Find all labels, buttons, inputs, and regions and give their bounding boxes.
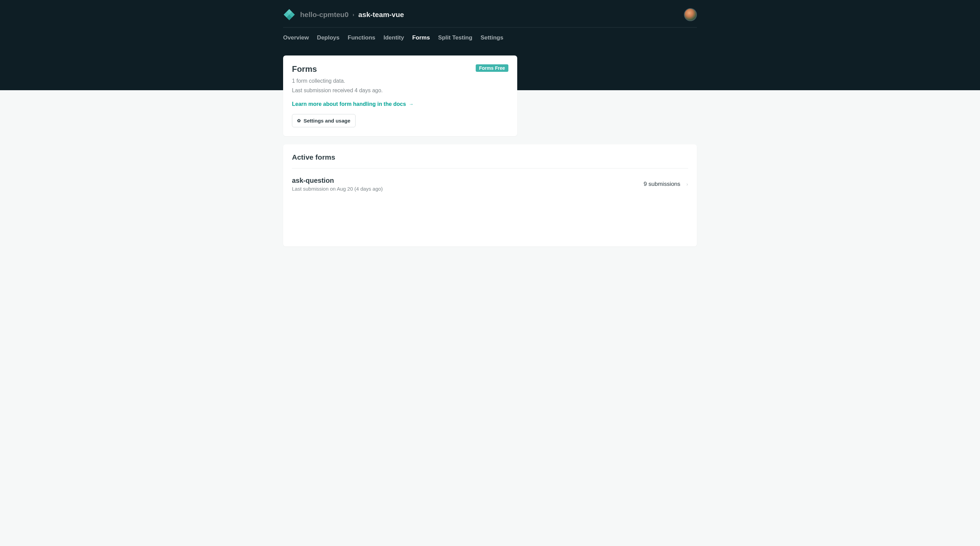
form-meta: Last submission on Aug 20 (4 days ago) — [292, 186, 383, 192]
forms-collecting-text: 1 form collecting data. — [292, 78, 508, 84]
forms-last-submission-text: Last submission received 4 days ago. — [292, 88, 508, 94]
forms-plan-badge: Forms Free — [476, 64, 508, 72]
tab-deploys[interactable]: Deploys — [317, 34, 340, 41]
forms-docs-link[interactable]: Learn more about form handling in the do… — [292, 101, 414, 107]
nav-tabs: Overview Deploys Functions Identity Form… — [283, 27, 697, 48]
user-avatar[interactable] — [684, 8, 697, 21]
tab-settings[interactable]: Settings — [480, 34, 503, 41]
docs-link-label: Learn more about form handling in the do… — [292, 101, 406, 107]
arrow-right-icon: → — [409, 102, 414, 107]
active-forms-title: Active forms — [292, 153, 688, 169]
tab-forms[interactable]: Forms — [412, 34, 430, 41]
tab-overview[interactable]: Overview — [283, 34, 309, 41]
settings-button-label: Settings and usage — [304, 118, 350, 124]
netlify-logo-icon[interactable] — [283, 8, 295, 21]
breadcrumb: hello-cpmteu0 › ask-team-vue — [283, 8, 404, 21]
gear-icon: ✿ — [297, 118, 301, 123]
top-bar: hello-cpmteu0 › ask-team-vue — [283, 0, 697, 27]
form-row[interactable]: ask-question Last submission on Aug 20 (… — [292, 169, 688, 200]
breadcrumb-site[interactable]: ask-team-vue — [358, 11, 404, 19]
submissions-count: 9 submissions — [644, 181, 681, 188]
settings-and-usage-button[interactable]: ✿ Settings and usage — [292, 114, 356, 127]
forms-card-title: Forms — [292, 64, 317, 74]
tab-identity[interactable]: Identity — [383, 34, 404, 41]
forms-summary-card: Forms Forms Free 1 form collecting data.… — [283, 56, 517, 136]
active-forms-card: Active forms ask-question Last submissio… — [283, 144, 697, 247]
form-name: ask-question — [292, 177, 383, 185]
breadcrumb-org[interactable]: hello-cpmteu0 — [300, 11, 348, 19]
chevron-right-icon: › — [353, 12, 354, 18]
chevron-right-icon: › — [686, 181, 688, 187]
tab-split-testing[interactable]: Split Testing — [438, 34, 472, 41]
tab-functions[interactable]: Functions — [348, 34, 375, 41]
